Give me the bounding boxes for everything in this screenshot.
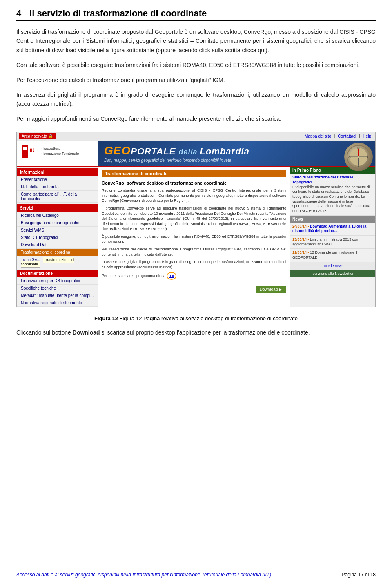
geo-topbar-left: Area riservata 🔒: [19, 133, 56, 139]
sidebar-tooltip: Trasformazione di coordinate: [21, 257, 74, 268]
sidebar-item-tutti: Tutti i Se... Trasformazione di coordina…: [17, 256, 98, 268]
svg-text:E: E: [367, 156, 369, 159]
geo-center-content: Trasformazione di coordinate ConveRgo: s…: [98, 167, 290, 307]
geo-title-lombardia: Lombardia: [200, 146, 249, 156]
svg-text:iit: iit: [30, 147, 34, 153]
download-btn-container: Download ▶: [102, 283, 286, 293]
geo-title-area: GEOPORTALE della Lombardia Dati, mappe, …: [98, 141, 375, 166]
geoportal-screenshot: Area riservata 🔒 Mappa del sito | Contat…: [16, 132, 376, 307]
body-paragraph-2: Con tale software è possibile eseguire t…: [16, 60, 376, 69]
content-para-2: Il programma ConveRgo serve ad eseguire …: [102, 206, 286, 232]
news-date-1: 24/03/14 -: [292, 224, 309, 228]
content-body: Regione Lombardia grazie alla sua partec…: [102, 188, 286, 293]
help-link[interactable]: Help: [363, 134, 371, 138]
news-date-3: 11/03/14 -: [292, 250, 309, 254]
news-date-2: 13/03/14 -: [292, 237, 309, 241]
newsletter-button[interactable]: Iscrizione alla NewsLetter: [290, 270, 375, 277]
footer-left-text: Accesso ai dati e ai servizi geografici …: [16, 572, 271, 578]
download-link-highlight: qui: [167, 272, 176, 280]
geo-topbar-nav: Mappa del sito | Contattaci | Help: [303, 134, 373, 138]
figure-caption: Figura 12 Figura 12 Pagina relativa al s…: [16, 315, 376, 321]
geo-title-portale: PORTALE: [131, 146, 176, 156]
svg-rect-1: [23, 147, 27, 150]
content-title-bar: Trasformazione di coordinate: [102, 170, 286, 177]
news-item-3: 11/03/14 - 12 Domande per migliorare il …: [290, 249, 375, 262]
content-subtitle: ConveRgo: software desktop di trasformaz…: [102, 181, 286, 185]
svg-text:O: O: [348, 156, 351, 159]
chapter-title: Il servizio di trasformazione di coordin…: [29, 8, 207, 19]
sidebar-item-finanziamenti[interactable]: Finanziamenti per DB topografici: [17, 277, 98, 285]
iit-logo-icon: iit: [21, 144, 37, 159]
page-footer: Accesso ai dati e ai servizi geografici …: [0, 569, 392, 580]
sidebar-item-stato-db[interactable]: Stato DB Topografici: [17, 234, 98, 241]
sidebar-item-tutti-servizi[interactable]: Tutti i Se... Trasformazione di coordina…: [17, 256, 98, 268]
sidebar-item-download-dati[interactable]: Download Dati: [17, 241, 98, 249]
body-paragraph-5: Per maggiori approfondimenti su ConveRgo…: [16, 114, 376, 123]
geo-left-sidebar: Informazioni Presentazione I.I.T. della …: [17, 167, 98, 307]
sidebar-section-documentazione: Documentazione: [17, 270, 98, 277]
content-para-6: Per poter scaricare il programma clicca …: [102, 272, 286, 280]
primo-piano-item-text: E' disponibile un nuovo servizio che per…: [292, 185, 373, 214]
mappa-del-sito-link[interactable]: Mappa del sito: [305, 134, 331, 138]
geo-title-geo: GEO: [104, 144, 131, 157]
compass-decoration: N E S O: [344, 143, 373, 171]
primo-piano-item-title[interactable]: Stato di realizzazione dei Database Topo…: [292, 175, 373, 185]
news-item-2: 13/03/14 - Limiti amministrativi 2013 co…: [290, 236, 375, 249]
geo-topbar: Area riservata 🔒 Mappa del sito | Contat…: [17, 132, 375, 141]
geo-header: iit Infrastruttura Informazione Territor…: [17, 141, 375, 167]
sidebar-item-trasformazione[interactable]: Trasformazione di coordina*: [17, 249, 98, 256]
download-button[interactable]: Download ▶: [256, 286, 286, 293]
primo-piano-item: Stato di realizzazione dei Database Topo…: [290, 174, 375, 216]
paragraph-after-figure: Cliccando sul bottone Download si scaric…: [16, 328, 376, 337]
chapter-number: 4: [16, 8, 21, 19]
content-para-5: In assenza dei grigliati il programma è …: [102, 259, 286, 270]
content-para-4: Per l'esecuzione dei calcoli di trasform…: [102, 247, 286, 257]
sidebar-item-specifiche[interactable]: Specifiche tecniche: [17, 285, 98, 292]
geo-title-main: GEOPORTALE della Lombardia: [104, 144, 370, 157]
geo-title-della: della: [178, 148, 200, 156]
download-link[interactable]: qui: [169, 274, 174, 278]
geo-logo-area: iit Infrastruttura Informazione Territor…: [17, 141, 98, 166]
sidebar-item-normativa[interactable]: Normativa regionale di riferimento: [17, 299, 98, 307]
sidebar-item-servizi-wms[interactable]: Servizi WMS: [17, 227, 98, 234]
chapter-header: 4 Il servizio di trasformazione di coord…: [16, 8, 376, 21]
sidebar-item-iit-lombardia[interactable]: I.I.T. della Lombardia: [17, 183, 98, 191]
content-para-1: Regione Lombardia grazie alla sua partec…: [102, 188, 286, 203]
sidebar-item-come-partecipare[interactable]: Come partecipare all'I.I.T. della Lombar…: [17, 191, 98, 203]
sidebar-item-ricerca-catalogo[interactable]: Ricerca nel Catalogo: [17, 212, 98, 219]
tutte-news-button[interactable]: Tutte le news: [290, 262, 375, 270]
geo-right-panel: In Primo Piano Stato di realizzazione de…: [290, 167, 375, 307]
iit-logo: iit Infrastruttura Informazione Territor…: [21, 144, 94, 159]
sidebar-item-basi-geografiche[interactable]: Basi geografiche e cartografiche: [17, 219, 98, 227]
spacer: [16, 343, 376, 417]
content-para-3: È possibile eseguire, quindi, trasformaz…: [102, 234, 286, 244]
geo-main-layout: Informazioni Presentazione I.I.T. della …: [17, 167, 375, 307]
body-paragraph-4: In assenza dei grigliati il programma è …: [16, 90, 376, 109]
sidebar-section-informazioni: Informazioni: [17, 168, 98, 176]
news-section-title: News: [290, 216, 375, 223]
sidebar-item-metadati[interactable]: Metadati: manuale utente per la compi...: [17, 292, 98, 299]
iit-logo-text: Infrastruttura Informazione Territoriale: [40, 147, 79, 156]
sidebar-section-servizi: Servizi: [17, 204, 98, 212]
footer-page-number: Pagina 17 di 18: [342, 572, 376, 578]
body-paragraph-1: Il servizio di trasformazione di coordin…: [16, 27, 376, 55]
area-riservata-button[interactable]: Area riservata 🔒: [19, 133, 56, 139]
news-item-1: 24/03/14 - Download Aumentata a 18 ore l…: [290, 223, 375, 236]
contattaci-link[interactable]: Contattaci: [338, 134, 356, 138]
geo-title-subtitle: Dati, mappe, servizi geografici del terr…: [104, 158, 370, 163]
lock-icon: 🔒: [48, 134, 53, 138]
sidebar-item-presentazione[interactable]: Presentazione: [17, 176, 98, 183]
body-paragraph-3: Per l'esecuzione dei calcoli di trasform…: [16, 76, 376, 85]
